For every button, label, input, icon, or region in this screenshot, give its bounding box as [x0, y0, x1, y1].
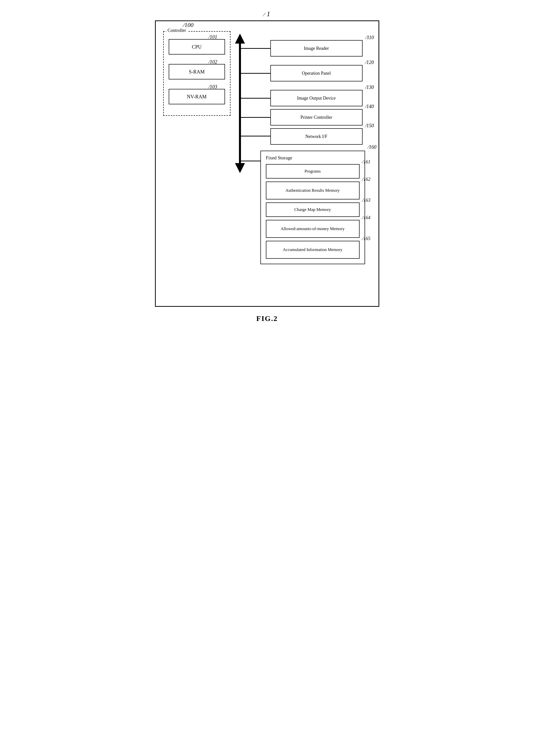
image-output-label: Image Output Device: [297, 95, 336, 101]
nvram-number: ∕103: [209, 84, 217, 90]
allowed-amounts-box: Allowed-amounts-of-money Memory ∕164: [266, 220, 360, 238]
controller-number: ∕100: [183, 22, 194, 28]
line-network-if: [240, 136, 270, 136]
controller-box: Controller ∕100 CPU ∕101 S-RAM ∕102 NV-: [163, 31, 231, 116]
accumulated-info-label: Accumulated Information Memory: [283, 247, 342, 252]
image-reader-label: Image Reader: [304, 46, 329, 51]
svg-marker-0: [235, 34, 245, 43]
charge-map-box: Charge Map Memory ∕163: [266, 202, 360, 217]
operation-panel-number: ∕120: [366, 60, 374, 65]
allowed-amounts-label: Allowed-amounts-of-money Memory: [281, 226, 344, 231]
line-fixed-storage: [240, 161, 260, 161]
nvram-box: NV-RAM ∕103: [169, 89, 225, 104]
line-operation-panel: [240, 73, 270, 74]
image-output-number: ∕130: [366, 84, 374, 90]
programs-number: ∕161: [363, 159, 371, 165]
nvram-label: NV-RAM: [187, 94, 207, 100]
line-image-reader: [240, 48, 270, 49]
printer-controller-label: Printer Controller: [300, 115, 332, 120]
auth-results-box: Authentication Results Memory ∕162: [266, 181, 360, 200]
operation-panel-label: Operation Panel: [302, 71, 331, 76]
svg-marker-2: [235, 163, 245, 173]
line-printer-controller: [240, 117, 270, 118]
sram-number: ∕102: [209, 59, 217, 65]
network-if-box: Network I/F ∕150: [270, 128, 363, 145]
sram-label: S-RAM: [189, 69, 205, 75]
accumulated-info-number: ∕165: [363, 236, 371, 241]
programs-label: Programs: [304, 169, 321, 174]
printer-controller-number: ∕140: [366, 104, 374, 109]
cpu-label: CPU: [192, 44, 202, 50]
slash-mark: ∕: [264, 11, 265, 17]
network-if-number: ∕150: [366, 123, 374, 128]
programs-box: Programs ∕161: [266, 164, 360, 178]
allowed-amounts-number: ∕164: [363, 215, 371, 220]
cpu-number: ∕101: [209, 34, 217, 40]
charge-map-label: Charge Map Memory: [294, 207, 331, 212]
fixed-storage-number: ∕160: [368, 144, 376, 150]
fixed-storage-box: ∕160 Fixed Storage Programs ∕161 Authent…: [260, 151, 365, 264]
auth-results-label: Authentication Results Memory: [285, 188, 340, 193]
figure-caption: FIG.2: [256, 314, 278, 322]
auth-results-number: ∕162: [363, 176, 371, 182]
network-if-label: Network I/F: [305, 134, 327, 139]
line-image-output: [240, 98, 270, 98]
sram-box: S-RAM ∕102: [169, 64, 225, 79]
operation-panel-box: Operation Panel ∕120: [270, 65, 363, 81]
accumulated-info-box: Accumulated Information Memory ∕165: [266, 241, 360, 259]
image-reader-box: Image Reader ∕110: [270, 40, 363, 57]
fixed-storage-title: Fixed Storage: [266, 155, 360, 161]
controller-label: Controller: [166, 28, 188, 33]
charge-map-number: ∕163: [363, 198, 371, 203]
image-reader-number: ∕110: [366, 35, 374, 40]
printer-controller-box: Printer Controller ∕140: [270, 109, 363, 125]
image-output-box: Image Output Device ∕130: [270, 90, 363, 106]
diagram-container: ∕ 1 Controller ∕100 CPU ∕101 S-RAM ∕102: [155, 10, 379, 323]
cpu-box: CPU ∕101: [169, 39, 225, 55]
bus-arrow: [233, 34, 247, 173]
main-diagram-box: Controller ∕100 CPU ∕101 S-RAM ∕102 NV-: [155, 20, 379, 307]
svg-rect-1: [239, 43, 241, 165]
figure-ref-number: 1: [267, 10, 270, 18]
